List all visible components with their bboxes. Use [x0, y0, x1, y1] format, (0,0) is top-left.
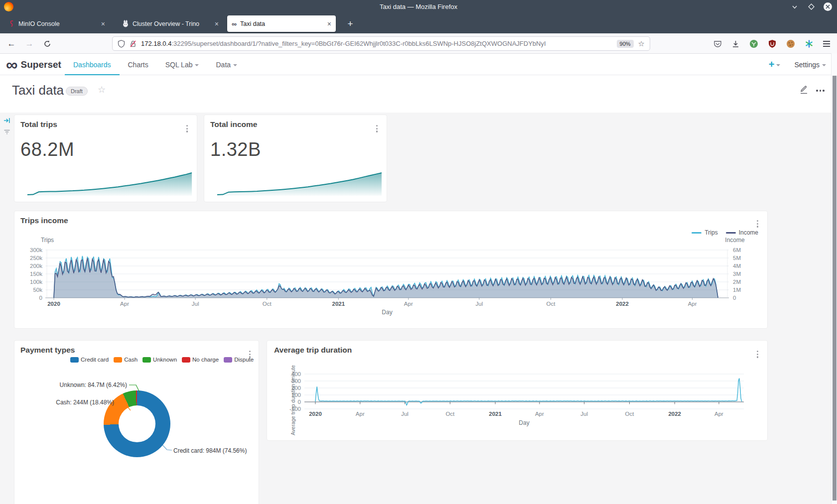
- legend-item-dispute[interactable]: Dispute: [224, 357, 254, 363]
- favorite-star-icon[interactable]: ☆: [98, 84, 106, 95]
- y-right-tick-label: 5M: [733, 255, 741, 261]
- firefox-window: Taxi data — Mozilla Firefox MinIO Consol…: [0, 0, 837, 504]
- superset-navbar: ∞ Superset Dashboards Charts SQL Lab Dat…: [0, 54, 837, 75]
- chart-card-avg-trip-duration: Average trip duration Average trinp dura…: [267, 340, 768, 441]
- legend-swatch: [70, 357, 79, 363]
- pocket-icon[interactable]: [713, 40, 722, 48]
- download-icon[interactable]: [731, 40, 740, 48]
- bookmark-star-icon[interactable]: ☆: [638, 39, 645, 48]
- chart-card-total-income: Total income 1.32B: [204, 115, 387, 202]
- x-axis-tick-label: Oct: [445, 411, 455, 417]
- shield-permissions-icon: [118, 40, 125, 48]
- caret-down-icon: [776, 64, 780, 66]
- x-axis-tick-label: Jul: [401, 411, 409, 417]
- y-left-tick-label: 150k: [30, 271, 42, 277]
- total-income-sparkline: [217, 171, 382, 197]
- maximize-button[interactable]: [807, 2, 816, 11]
- trino-bunny-icon: [122, 20, 129, 27]
- ublock-origin-icon[interactable]: [768, 39, 777, 48]
- nav-item-sql-lab[interactable]: SQL Lab: [157, 54, 208, 75]
- trips-income-plot[interactable]: 300k6M250k5M200k4M150k3M100k2M50k1M00Tri…: [14, 211, 767, 328]
- legend-item-unknown[interactable]: Unknown: [142, 357, 177, 363]
- x-axis-title: Day: [519, 419, 529, 426]
- legend-item-trips[interactable]: Trips: [692, 229, 717, 236]
- tab-close-icon[interactable]: ×: [215, 20, 219, 28]
- y-right-tick-label: 4M: [733, 263, 741, 269]
- expand-filter-bar-button[interactable]: [3, 117, 11, 126]
- chart-kebab-menu[interactable]: [374, 123, 380, 134]
- x-axis-tick-label: Oct: [625, 411, 634, 417]
- back-button[interactable]: ←: [5, 37, 18, 50]
- chart-card-total-trips: Total trips 68.2M: [14, 115, 197, 202]
- new-item-button[interactable]: +: [769, 59, 781, 70]
- legend-swatch: [182, 357, 190, 363]
- pie-label-credit-card: Credit card: 984M (74.56%): [173, 447, 247, 454]
- close-button[interactable]: [823, 2, 832, 11]
- window-title: Taxi data — Mozilla Firefox: [0, 0, 837, 13]
- nav-item-dashboards[interactable]: Dashboards: [65, 54, 120, 75]
- y-left-tick-label: 200k: [30, 263, 42, 269]
- sparkline-area: [217, 173, 382, 196]
- tab-close-icon[interactable]: ×: [101, 20, 105, 28]
- legend-item-cash[interactable]: Cash: [114, 357, 138, 363]
- y-right-tick-label: 2M: [733, 279, 741, 285]
- legend-item-credit-card[interactable]: Credit card: [70, 357, 109, 363]
- minio-flamingo-icon: [8, 20, 15, 27]
- chart-legend: Credit card Cash Unknown No charge Dispu…: [70, 357, 254, 363]
- window-controls: [790, 0, 832, 13]
- tab-title: Taxi data: [240, 20, 324, 27]
- new-tab-button[interactable]: +: [344, 17, 357, 30]
- toolbar-extensions: [713, 37, 830, 51]
- page-title: Taxi data: [12, 83, 64, 98]
- chart-card-trips-income: Trips income Trips Income 300k6M250k5M20…: [14, 211, 768, 329]
- filter-icon[interactable]: [3, 128, 11, 138]
- legend-item-no-charge[interactable]: No charge: [182, 357, 219, 363]
- edit-dashboard-button[interactable]: [799, 85, 809, 97]
- avg-trip-duration-plot[interactable]: 4003002001000-1002020AprJulOct2021AprJul…: [267, 341, 767, 440]
- chart-kebab-menu[interactable]: [755, 349, 760, 360]
- chevron-down-icon: [792, 4, 798, 10]
- url-bar[interactable]: 172.18.0.4:32295/superset/dashboard/1/?n…: [112, 36, 650, 51]
- legend-item-income[interactable]: Income: [726, 229, 758, 236]
- y-left-tick-label: 50k: [33, 287, 42, 293]
- settings-menu[interactable]: Settings: [794, 61, 826, 69]
- tab-taxi-data-active[interactable]: ∞ Taxi data ×: [227, 15, 336, 32]
- minimize-button[interactable]: [790, 2, 799, 11]
- tab-close-icon[interactable]: ×: [327, 20, 331, 28]
- y-left-tick-label: 250k: [30, 255, 42, 261]
- superset-logo[interactable]: ∞ Superset: [6, 54, 61, 75]
- chart-kebab-menu[interactable]: [184, 123, 190, 134]
- nav-item-charts[interactable]: Charts: [120, 54, 157, 75]
- scrollbar-thumb[interactable]: [833, 76, 837, 501]
- forward-button[interactable]: →: [23, 37, 36, 50]
- nav-item-data[interactable]: Data: [207, 54, 246, 75]
- tab-trino-cluster[interactable]: Cluster Overview - Trino ×: [118, 15, 223, 32]
- x-axis-tick-label: Jul: [192, 301, 199, 307]
- reload-button[interactable]: [41, 37, 54, 50]
- legend-swatch: [726, 232, 736, 234]
- pie-label-unknown: Unknown: 84.7M (6.42%): [60, 381, 127, 388]
- tab-strip: MinIO Console × Cluster Overview - Trino…: [0, 13, 837, 33]
- reload-icon: [43, 40, 51, 48]
- superset-brand-text: Superset: [21, 59, 61, 70]
- chart-title: Total trips: [20, 120, 57, 129]
- page-scrollbar[interactable]: [831, 53, 837, 504]
- pencil-icon: [799, 85, 809, 95]
- x-axis-title: Day: [382, 309, 392, 316]
- greasemonkey-extension-icon[interactable]: [749, 39, 758, 48]
- container-asterisk-extension-icon[interactable]: [805, 39, 814, 48]
- chart-legend: Trips Income: [692, 229, 758, 236]
- zoom-level-badge[interactable]: 90%: [617, 40, 634, 48]
- legend-swatch: [692, 232, 701, 234]
- x-axis-tick-label: Apr: [688, 301, 697, 307]
- dashboard-more-menu[interactable]: [816, 90, 825, 92]
- y-axis-title: Average trinp duration (minute: [290, 352, 296, 435]
- menu-hamburger-icon[interactable]: [823, 41, 830, 47]
- y-right-tick-label: 1M: [733, 287, 741, 293]
- chart-title: Total income: [210, 120, 257, 129]
- chart-kebab-menu[interactable]: [755, 218, 760, 230]
- x-axis-tick-label: Oct: [547, 301, 556, 307]
- window-titlebar: Taxi data — Mozilla Firefox: [0, 0, 837, 13]
- cookie-extension-icon[interactable]: [786, 39, 795, 48]
- tab-minio-console[interactable]: MinIO Console ×: [4, 15, 110, 32]
